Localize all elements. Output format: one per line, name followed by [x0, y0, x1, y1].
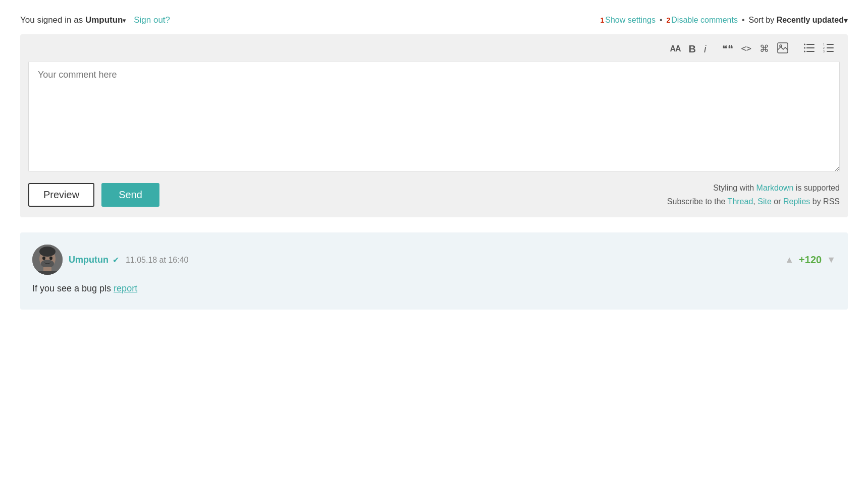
- comment-author-name[interactable]: Umputun: [69, 255, 108, 265]
- toolbar-ordered-list-button[interactable]: 1 2 3: [821, 42, 837, 55]
- editor-toolbar: AA B i ❝❝ <> ⌘: [28, 41, 840, 56]
- svg-text:1: 1: [823, 43, 825, 46]
- preview-button[interactable]: Preview: [28, 183, 94, 207]
- verified-icon: ✔: [113, 256, 119, 264]
- username-label: Umputun: [85, 15, 123, 25]
- svg-rect-3: [806, 47, 815, 48]
- sort-by-label: Sort by: [749, 16, 775, 25]
- username-dropdown-arrow[interactable]: ▾: [123, 17, 126, 24]
- svg-text:3: 3: [823, 50, 825, 53]
- toolbar-sep-2: [796, 43, 796, 54]
- comment-input[interactable]: [28, 61, 840, 172]
- svg-text:2: 2: [823, 46, 825, 49]
- rss-info: Subscribe to the Thread, Site or Replies…: [667, 195, 840, 208]
- comment-date: 11.05.18 at 16:40: [126, 256, 189, 264]
- svg-rect-21: [37, 271, 58, 275]
- svg-point-5: [804, 44, 805, 45]
- vote-up-button[interactable]: ▲: [785, 255, 794, 265]
- signed-in-prefix: You signed in as: [20, 15, 83, 25]
- sort-value-label: Recently updated: [777, 16, 844, 25]
- toolbar-italic-button[interactable]: i: [701, 43, 709, 55]
- svg-rect-4: [806, 51, 815, 52]
- page-wrapper: You signed in as Umputun▾ Sign out? 1 Sh…: [0, 0, 868, 328]
- svg-rect-2: [806, 44, 815, 45]
- toolbar-quote-button[interactable]: ❝❝: [720, 43, 736, 55]
- replies-rss-link[interactable]: Replies: [783, 197, 810, 206]
- markdown-suffix: is supported: [796, 184, 840, 192]
- comment-author-details: Umputun ✔ 11.05.18 at 16:40: [69, 255, 188, 265]
- svg-rect-10: [827, 51, 834, 52]
- comment-header: Umputun ✔ 11.05.18 at 16:40 ▲ +120 ▼: [32, 245, 836, 275]
- separator-2: •: [742, 16, 745, 25]
- disable-comments-link[interactable]: Disable comments: [671, 16, 738, 25]
- comment-body: If you see a bug pls report: [32, 282, 836, 295]
- markdown-link[interactable]: Markdown: [756, 184, 794, 192]
- sort-dropdown-arrow[interactable]: ▾: [844, 16, 848, 25]
- show-settings-badge: 1: [600, 16, 604, 24]
- vote-down-button[interactable]: ▼: [827, 255, 836, 265]
- svg-point-17: [42, 257, 45, 260]
- separator-1: •: [660, 16, 663, 25]
- top-bar-actions: 1 Show settings • 2 Disable comments • S…: [600, 16, 848, 25]
- comment-body-text: If you see a bug pls: [32, 283, 114, 293]
- send-button[interactable]: Send: [101, 183, 159, 207]
- svg-point-7: [804, 51, 805, 52]
- thread-rss-link[interactable]: Thread: [728, 197, 753, 206]
- score-value: +120: [799, 254, 822, 266]
- markdown-prefix: Styling with: [713, 184, 754, 192]
- rss-suffix: by RSS: [812, 197, 840, 206]
- toolbar-font-size-button[interactable]: AA: [668, 44, 683, 54]
- comment-report-link[interactable]: report: [114, 283, 137, 293]
- form-bottom: Preview Send Styling with Markdown is su…: [28, 181, 840, 208]
- rss-prefix: Subscribe to the: [667, 197, 726, 206]
- comments-section: Umputun ✔ 11.05.18 at 16:40 ▲ +120 ▼ If …: [20, 232, 848, 310]
- svg-point-6: [804, 47, 805, 49]
- form-info: Styling with Markdown is supported Subsc…: [667, 181, 840, 208]
- form-buttons: Preview Send: [28, 183, 159, 207]
- toolbar-link-button[interactable]: ⌘: [757, 43, 772, 54]
- comma-1: ,: [753, 197, 755, 206]
- table-row: Umputun ✔ 11.05.18 at 16:40 ▲ +120 ▼ If …: [20, 232, 848, 310]
- toolbar-bold-button[interactable]: B: [686, 43, 698, 55]
- comment-author-info: Umputun ✔ 11.05.18 at 16:40: [32, 245, 188, 275]
- sign-out-link[interactable]: Sign out?: [134, 15, 170, 25]
- show-settings-link[interactable]: Show settings: [605, 16, 656, 25]
- site-rss-link[interactable]: Site: [757, 197, 772, 206]
- user-info: You signed in as Umputun▾ Sign out?: [20, 15, 170, 25]
- svg-rect-8: [827, 44, 834, 45]
- svg-point-16: [39, 247, 56, 257]
- rss-or: or: [774, 197, 781, 206]
- toolbar-code-button[interactable]: <>: [739, 43, 754, 54]
- toolbar-sep-1: [714, 43, 715, 54]
- comment-form: AA B i ❝❝ <> ⌘: [20, 34, 848, 217]
- top-bar: You signed in as Umputun▾ Sign out? 1 Sh…: [20, 10, 848, 34]
- markdown-info: Styling with Markdown is supported: [667, 181, 840, 195]
- comment-score: ▲ +120 ▼: [785, 254, 836, 266]
- svg-rect-9: [827, 47, 834, 48]
- avatar: [32, 245, 63, 275]
- toolbar-unordered-list-button[interactable]: [801, 42, 818, 55]
- svg-point-18: [49, 257, 52, 260]
- disable-comments-badge: 2: [666, 16, 670, 24]
- toolbar-image-button[interactable]: [775, 41, 791, 56]
